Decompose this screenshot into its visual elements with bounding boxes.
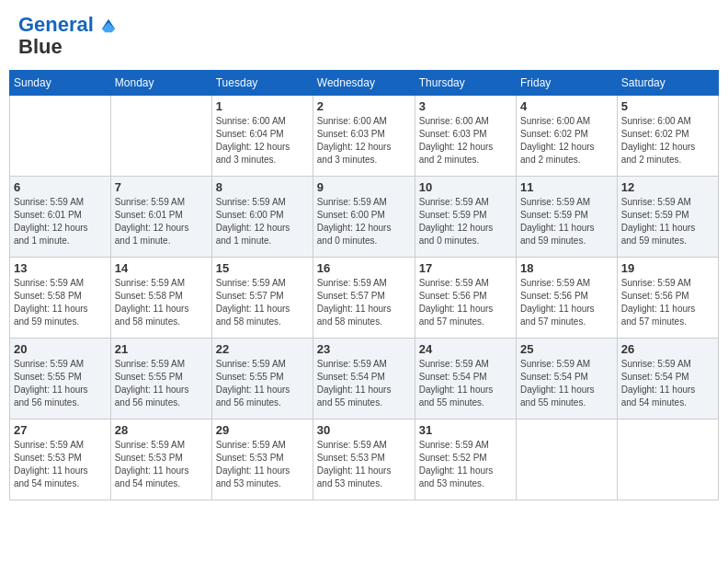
weekday-header: Sunday <box>10 71 111 96</box>
calendar-cell: 2Sunrise: 6:00 AM Sunset: 6:03 PM Daylig… <box>313 96 415 177</box>
day-info: Sunrise: 5:59 AM Sunset: 5:53 PM Dayligh… <box>216 439 309 490</box>
calendar-table: SundayMondayTuesdayWednesdayThursdayFrid… <box>9 70 719 500</box>
day-number: 6 <box>14 180 107 194</box>
day-info: Sunrise: 5:59 AM Sunset: 5:56 PM Dayligh… <box>621 277 714 328</box>
day-info: Sunrise: 5:59 AM Sunset: 5:54 PM Dayligh… <box>419 358 512 409</box>
day-number: 4 <box>520 99 613 113</box>
day-number: 15 <box>216 261 309 275</box>
day-info: Sunrise: 6:00 AM Sunset: 6:03 PM Dayligh… <box>317 115 411 167</box>
calendar-week-row: 6Sunrise: 5:59 AM Sunset: 6:01 PM Daylig… <box>10 177 719 258</box>
day-number: 8 <box>216 180 309 194</box>
calendar-cell: 28Sunrise: 5:59 AM Sunset: 5:53 PM Dayli… <box>110 419 211 500</box>
day-number: 31 <box>419 423 512 437</box>
day-info: Sunrise: 5:59 AM Sunset: 5:59 PM Dayligh… <box>621 196 714 247</box>
calendar-cell: 24Sunrise: 5:59 AM Sunset: 5:54 PM Dayli… <box>415 339 516 419</box>
day-number: 20 <box>14 342 107 356</box>
day-info: Sunrise: 5:59 AM Sunset: 5:59 PM Dayligh… <box>419 196 512 247</box>
calendar-cell: 22Sunrise: 5:59 AM Sunset: 5:55 PM Dayli… <box>211 339 313 419</box>
calendar-cell: 12Sunrise: 5:59 AM Sunset: 5:59 PM Dayli… <box>617 177 718 258</box>
day-number: 29 <box>216 423 309 437</box>
day-info: Sunrise: 5:59 AM Sunset: 5:54 PM Dayligh… <box>621 358 714 409</box>
day-number: 30 <box>317 423 411 437</box>
logo-text: General <box>18 14 117 36</box>
calendar-cell: 15Sunrise: 5:59 AM Sunset: 5:57 PM Dayli… <box>211 258 313 339</box>
calendar-header-row: SundayMondayTuesdayWednesdayThursdayFrid… <box>10 71 719 96</box>
day-info: Sunrise: 5:59 AM Sunset: 5:55 PM Dayligh… <box>216 358 309 409</box>
calendar-cell: 21Sunrise: 5:59 AM Sunset: 5:55 PM Dayli… <box>110 339 211 419</box>
calendar-cell: 5Sunrise: 6:00 AM Sunset: 6:02 PM Daylig… <box>617 96 718 177</box>
day-info: Sunrise: 5:59 AM Sunset: 5:59 PM Dayligh… <box>520 196 613 247</box>
day-info: Sunrise: 6:00 AM Sunset: 6:03 PM Dayligh… <box>419 115 512 167</box>
day-number: 26 <box>621 342 714 356</box>
calendar-cell <box>517 419 618 500</box>
day-info: Sunrise: 5:59 AM Sunset: 5:58 PM Dayligh… <box>14 277 107 328</box>
logo-line2: Blue <box>18 36 117 58</box>
day-info: Sunrise: 5:59 AM Sunset: 5:53 PM Dayligh… <box>115 439 208 490</box>
day-info: Sunrise: 5:59 AM Sunset: 5:57 PM Dayligh… <box>317 277 411 328</box>
calendar-cell <box>617 419 718 500</box>
day-info: Sunrise: 5:59 AM Sunset: 5:56 PM Dayligh… <box>520 277 613 328</box>
day-info: Sunrise: 6:00 AM Sunset: 6:04 PM Dayligh… <box>216 115 309 167</box>
day-number: 19 <box>621 261 714 275</box>
page-header: General Blue <box>9 9 719 63</box>
day-number: 16 <box>317 261 411 275</box>
calendar-cell: 27Sunrise: 5:59 AM Sunset: 5:53 PM Dayli… <box>10 419 111 500</box>
calendar-cell: 18Sunrise: 5:59 AM Sunset: 5:56 PM Dayli… <box>517 258 618 339</box>
calendar-cell: 30Sunrise: 5:59 AM Sunset: 5:53 PM Dayli… <box>313 419 415 500</box>
day-number: 3 <box>419 99 512 113</box>
day-number: 22 <box>216 342 309 356</box>
day-number: 5 <box>621 99 714 113</box>
day-info: Sunrise: 5:59 AM Sunset: 5:57 PM Dayligh… <box>216 277 309 328</box>
day-info: Sunrise: 5:59 AM Sunset: 5:58 PM Dayligh… <box>115 277 208 328</box>
weekday-header: Friday <box>517 71 618 96</box>
calendar-cell: 10Sunrise: 5:59 AM Sunset: 5:59 PM Dayli… <box>415 177 516 258</box>
day-number: 18 <box>520 261 613 275</box>
calendar-cell: 14Sunrise: 5:59 AM Sunset: 5:58 PM Dayli… <box>110 258 211 339</box>
calendar-cell <box>10 96 111 177</box>
calendar-cell: 1Sunrise: 6:00 AM Sunset: 6:04 PM Daylig… <box>211 96 313 177</box>
day-number: 2 <box>317 99 411 113</box>
calendar-cell: 8Sunrise: 5:59 AM Sunset: 6:00 PM Daylig… <box>211 177 313 258</box>
day-number: 10 <box>419 180 512 194</box>
calendar-cell: 9Sunrise: 5:59 AM Sunset: 6:00 PM Daylig… <box>313 177 415 258</box>
calendar-body: 1Sunrise: 6:00 AM Sunset: 6:04 PM Daylig… <box>10 96 719 500</box>
logo: General Blue <box>18 14 117 58</box>
calendar-week-row: 27Sunrise: 5:59 AM Sunset: 5:53 PM Dayli… <box>10 419 719 500</box>
day-number: 7 <box>115 180 208 194</box>
day-info: Sunrise: 6:00 AM Sunset: 6:02 PM Dayligh… <box>520 115 613 167</box>
calendar-cell: 17Sunrise: 5:59 AM Sunset: 5:56 PM Dayli… <box>415 258 516 339</box>
day-info: Sunrise: 5:59 AM Sunset: 5:54 PM Dayligh… <box>317 358 411 409</box>
calendar-cell: 7Sunrise: 5:59 AM Sunset: 6:01 PM Daylig… <box>110 177 211 258</box>
day-info: Sunrise: 5:59 AM Sunset: 6:01 PM Dayligh… <box>14 196 107 247</box>
day-info: Sunrise: 5:59 AM Sunset: 6:00 PM Dayligh… <box>216 196 309 247</box>
weekday-header: Thursday <box>415 71 516 96</box>
day-info: Sunrise: 5:59 AM Sunset: 5:55 PM Dayligh… <box>14 358 107 409</box>
calendar-week-row: 20Sunrise: 5:59 AM Sunset: 5:55 PM Dayli… <box>10 339 719 419</box>
calendar-cell: 25Sunrise: 5:59 AM Sunset: 5:54 PM Dayli… <box>517 339 618 419</box>
calendar-cell: 19Sunrise: 5:59 AM Sunset: 5:56 PM Dayli… <box>617 258 718 339</box>
day-number: 24 <box>419 342 512 356</box>
day-info: Sunrise: 5:59 AM Sunset: 5:55 PM Dayligh… <box>115 358 208 409</box>
calendar-week-row: 1Sunrise: 6:00 AM Sunset: 6:04 PM Daylig… <box>10 96 719 177</box>
weekday-header: Saturday <box>617 71 718 96</box>
day-info: Sunrise: 6:00 AM Sunset: 6:02 PM Dayligh… <box>621 115 714 167</box>
day-number: 12 <box>621 180 714 194</box>
weekday-header: Wednesday <box>313 71 415 96</box>
calendar-cell: 11Sunrise: 5:59 AM Sunset: 5:59 PM Dayli… <box>517 177 618 258</box>
calendar-cell: 4Sunrise: 6:00 AM Sunset: 6:02 PM Daylig… <box>517 96 618 177</box>
day-info: Sunrise: 5:59 AM Sunset: 5:52 PM Dayligh… <box>419 439 512 490</box>
calendar-cell <box>110 96 211 177</box>
day-number: 11 <box>520 180 613 194</box>
day-number: 23 <box>317 342 411 356</box>
calendar-cell: 23Sunrise: 5:59 AM Sunset: 5:54 PM Dayli… <box>313 339 415 419</box>
day-info: Sunrise: 5:59 AM Sunset: 6:00 PM Dayligh… <box>317 196 411 247</box>
day-info: Sunrise: 5:59 AM Sunset: 5:53 PM Dayligh… <box>14 439 107 490</box>
calendar-week-row: 13Sunrise: 5:59 AM Sunset: 5:58 PM Dayli… <box>10 258 719 339</box>
day-number: 9 <box>317 180 411 194</box>
calendar-cell: 16Sunrise: 5:59 AM Sunset: 5:57 PM Dayli… <box>313 258 415 339</box>
day-number: 1 <box>216 99 309 113</box>
day-number: 13 <box>14 261 107 275</box>
calendar-cell: 20Sunrise: 5:59 AM Sunset: 5:55 PM Dayli… <box>10 339 111 419</box>
calendar-cell: 3Sunrise: 6:00 AM Sunset: 6:03 PM Daylig… <box>415 96 516 177</box>
day-info: Sunrise: 5:59 AM Sunset: 5:53 PM Dayligh… <box>317 439 411 490</box>
